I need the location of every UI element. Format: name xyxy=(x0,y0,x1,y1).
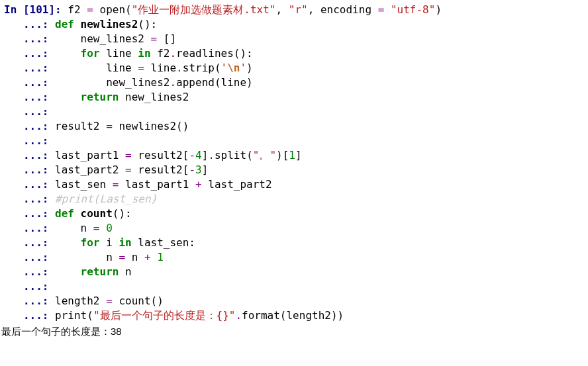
in-prompt: In [101]: xyxy=(4,3,68,16)
ipython-cell: In [101]: f2 = open("作业一附加选做题素材.txt", "r… xyxy=(0,0,588,324)
continuation-prompt: ...: xyxy=(4,18,55,30)
stdout-output: 最后一个句子的长度是：38 xyxy=(0,324,588,342)
code-block[interactable]: In [101]: f2 = open("作业一附加选做题素材.txt", "r… xyxy=(4,3,584,323)
comment: #print(Last_sen) xyxy=(55,193,157,205)
